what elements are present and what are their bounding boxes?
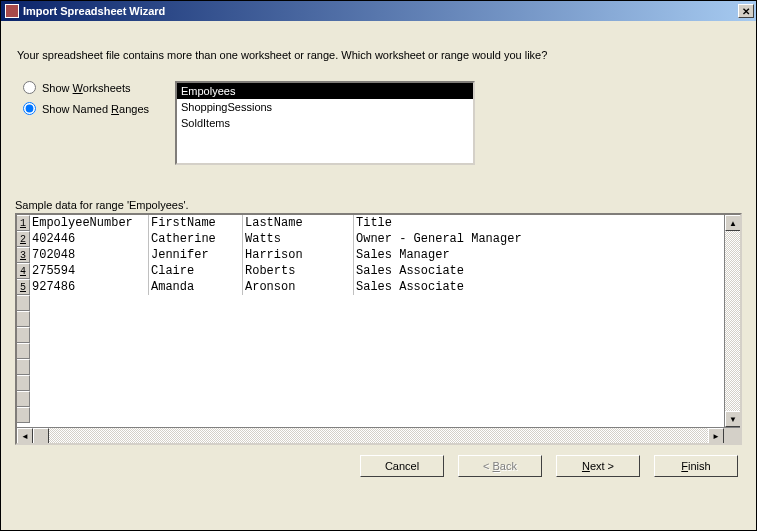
horizontal-scrollbar[interactable]: ◄ ► <box>17 427 740 443</box>
range-listbox[interactable]: Empolyees ShoppingSessions SoldItems <box>175 81 475 165</box>
cancel-button-label: Cancel <box>385 460 419 472</box>
table-row: 3 702048 Jennifer Harrison Sales Manager <box>17 247 724 263</box>
scroll-thumb[interactable] <box>33 428 49 444</box>
button-row: Cancel < Back Next > Finish <box>15 455 742 483</box>
wizard-window: Import Spreadsheet Wizard ✕ Your spreads… <box>0 0 757 531</box>
cell: Harrison <box>243 247 354 263</box>
radio-group: Show Worksheets Show Named Ranges <box>15 81 175 123</box>
scroll-right-icon[interactable]: ► <box>708 428 724 444</box>
row-header: 5 <box>17 279 30 295</box>
table-row: 2 402446 Catherine Watts Owner - General… <box>17 231 724 247</box>
scroll-track[interactable] <box>49 428 708 443</box>
cell: 275594 <box>30 263 149 279</box>
table-row: 4 275594 Claire Roberts Sales Associate <box>17 263 724 279</box>
cell: Roberts <box>243 263 354 279</box>
finish-button[interactable]: Finish <box>654 455 738 477</box>
sample-grid: 1 EmpolyeeNumber FirstName LastName Titl… <box>15 213 742 445</box>
cell: 927486 <box>30 279 149 295</box>
radio-show-worksheets-label: Show Worksheets <box>42 82 130 94</box>
table-row-empty <box>17 359 724 375</box>
cell: Amanda <box>149 279 243 295</box>
radio-show-named-ranges-label: Show Named Ranges <box>42 103 149 115</box>
radio-show-worksheets[interactable]: Show Worksheets <box>23 81 175 94</box>
scroll-left-icon[interactable]: ◄ <box>17 428 33 444</box>
next-button[interactable]: Next > <box>556 455 640 477</box>
table-row-empty <box>17 391 724 407</box>
sample-data-label: Sample data for range 'Empolyees'. <box>15 199 742 211</box>
cell: Jennifer <box>149 247 243 263</box>
table-header-row: 1 EmpolyeeNumber FirstName LastName Titl… <box>17 215 724 231</box>
cell: Sales Associate <box>354 263 709 279</box>
selector-row: Show Worksheets Show Named Ranges Empoly… <box>15 81 742 165</box>
cell: Watts <box>243 231 354 247</box>
intro-text: Your spreadsheet file contains more than… <box>17 49 742 61</box>
cell: Claire <box>149 263 243 279</box>
radio-show-named-ranges[interactable]: Show Named Ranges <box>23 102 175 115</box>
col-header: Title <box>354 215 709 231</box>
table-row-empty <box>17 295 724 311</box>
scroll-corner <box>724 428 740 444</box>
grid-rows: 1 EmpolyeeNumber FirstName LastName Titl… <box>17 215 724 427</box>
col-header: LastName <box>243 215 354 231</box>
row-header: 2 <box>17 231 30 247</box>
window-title: Import Spreadsheet Wizard <box>23 5 738 17</box>
back-button-label: < Back <box>483 460 517 472</box>
col-header: EmpolyeeNumber <box>30 215 149 231</box>
list-item[interactable]: ShoppingSessions <box>177 99 473 115</box>
radio-show-named-ranges-input[interactable] <box>23 102 36 115</box>
close-button[interactable]: ✕ <box>738 4 754 18</box>
wizard-body: Your spreadsheet file contains more than… <box>1 21 756 530</box>
finish-button-label: Finish <box>681 460 710 472</box>
row-header: 4 <box>17 263 30 279</box>
next-button-label: Next > <box>582 460 614 472</box>
radio-show-worksheets-input[interactable] <box>23 81 36 94</box>
cell: 702048 <box>30 247 149 263</box>
col-header: FirstName <box>149 215 243 231</box>
cell: Sales Associate <box>354 279 709 295</box>
table-row: 5 927486 Amanda Aronson Sales Associate <box>17 279 724 295</box>
list-item[interactable]: Empolyees <box>177 83 473 99</box>
cell: Catherine <box>149 231 243 247</box>
app-icon <box>5 4 19 18</box>
list-item[interactable]: SoldItems <box>177 115 473 131</box>
table-row-empty <box>17 327 724 343</box>
row-header: 3 <box>17 247 30 263</box>
table-row-empty <box>17 343 724 359</box>
table-row-empty <box>17 375 724 391</box>
cell: Aronson <box>243 279 354 295</box>
row-header: 1 <box>17 215 30 231</box>
scroll-down-icon[interactable]: ▼ <box>725 411 740 427</box>
scroll-track[interactable] <box>725 231 740 411</box>
table-row-empty <box>17 311 724 327</box>
table-row-empty <box>17 407 724 423</box>
cancel-button[interactable]: Cancel <box>360 455 444 477</box>
back-button: < Back <box>458 455 542 477</box>
vertical-scrollbar[interactable]: ▲ ▼ <box>724 215 740 427</box>
scroll-up-icon[interactable]: ▲ <box>725 215 740 231</box>
title-bar: Import Spreadsheet Wizard ✕ <box>1 1 756 21</box>
cell: 402446 <box>30 231 149 247</box>
cell: Owner - General Manager <box>354 231 709 247</box>
cell: Sales Manager <box>354 247 709 263</box>
